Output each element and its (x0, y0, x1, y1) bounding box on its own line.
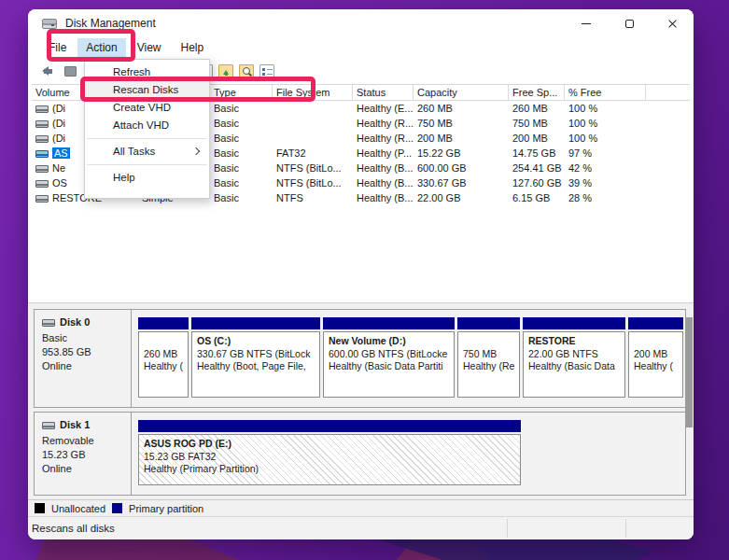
status-text: Rescans all disks (32, 523, 115, 534)
volume-icon (35, 165, 49, 173)
partition-restore[interactable]: RESTORE 22.00 GB NTFS Healthy (Basic Dat… (523, 317, 625, 398)
menubar: File Action View Help (28, 37, 694, 58)
partition-200mb[interactable]: 200 MB Healthy ( (628, 317, 683, 398)
search-icon[interactable] (239, 64, 254, 78)
status-bar: Rescans all disks (28, 516, 694, 539)
partition-color-bar (628, 317, 683, 329)
menu-separator (87, 164, 207, 165)
disk-0-type: Basic (42, 331, 131, 345)
partition-os-c[interactable]: OS (C:) 330.67 GB NTFS (BitLock Healthy … (191, 317, 320, 398)
back-icon[interactable] (37, 66, 53, 77)
menu-action[interactable]: Action (77, 38, 125, 57)
disk-1-type: Removable (42, 434, 131, 448)
minimize-button[interactable] (565, 9, 608, 37)
submenu-chevron-icon (192, 147, 200, 155)
menu-item-all-tasks[interactable]: All Tasks (85, 143, 209, 161)
legend-bar: Unallocated Primary partition (28, 499, 694, 516)
disk-0-size: 953.85 GB (42, 345, 131, 359)
close-button[interactable] (651, 9, 694, 37)
partition-color-bar (138, 317, 189, 329)
partition-efi[interactable]: 260 MB Healthy ( (138, 317, 189, 398)
disk-icon (42, 422, 55, 429)
disk-drive-app-icon (42, 19, 57, 29)
menu-item-attach-vhd[interactable]: Attach VHD (85, 117, 209, 134)
menu-item-create-vhd[interactable]: Create VHD (85, 99, 209, 117)
menu-item-rescan-disks[interactable]: Rescan Disks (85, 81, 209, 99)
menu-item-help[interactable]: Help (85, 169, 209, 187)
header-capacity[interactable]: Capacity (414, 85, 509, 100)
header-pct-free[interactable]: % Free (565, 85, 646, 100)
volume-icon (35, 105, 49, 113)
menu-help[interactable]: Help (173, 38, 213, 57)
close-icon (667, 19, 678, 29)
partition-color-bar (191, 317, 320, 329)
volume-icon (35, 195, 49, 203)
primary-partition-swatch (112, 503, 122, 513)
statusbar-divider (507, 519, 508, 538)
disk-1-label[interactable]: Disk 1 Removable 15.23 GB Online (35, 413, 132, 495)
disk-0-name: Disk 0 (60, 315, 90, 329)
header-type[interactable]: Type (210, 85, 273, 100)
volume-icon (35, 150, 49, 158)
volume-icon (35, 135, 49, 143)
partition-color-bar (323, 317, 455, 329)
legend-primary-label: Primary partition (129, 503, 203, 514)
disk-1-name: Disk 1 (60, 418, 90, 432)
volume-icon (35, 180, 49, 188)
header-free-space[interactable]: Free Sp... (509, 85, 565, 100)
partition-recovery-750[interactable]: 750 MB Healthy (Re (457, 317, 520, 398)
partition-color-bar (138, 420, 521, 432)
disk-1-status: Online (42, 462, 131, 476)
minimize-icon (582, 23, 591, 24)
window-title: Disk Management (65, 17, 156, 30)
unallocated-swatch (35, 503, 45, 513)
disk-0-label[interactable]: Disk 0 Basic 953.85 GB Online (35, 310, 132, 407)
folder-up-icon[interactable] (218, 64, 233, 78)
properties-icon[interactable] (259, 64, 274, 78)
disk-0-row: Disk 0 Basic 953.85 GB Online 260 MB Hea… (34, 309, 686, 408)
partition-asus-rog-pd-e[interactable]: ASUS ROG PD (E:) 15.23 GB FAT32 Healthy … (138, 420, 521, 485)
maximize-button[interactable] (608, 9, 651, 37)
scrollbar-thumb[interactable] (685, 317, 693, 427)
statusbar-divider (625, 519, 626, 538)
disk-management-window: Disk Management File Action View Help Vo… (28, 9, 694, 539)
vertical-scrollbar[interactable] (684, 317, 693, 497)
disk-0-status: Online (42, 359, 131, 373)
menu-file[interactable]: File (40, 38, 75, 57)
maximize-icon (625, 20, 634, 28)
volume-icon (35, 120, 49, 128)
legend-unallocated-label: Unallocated (51, 503, 105, 514)
action-menu-popup: Refresh Rescan Disks Create VHD Attach V… (84, 59, 210, 199)
header-file-system[interactable]: File System (273, 85, 353, 100)
disk-1-row: Disk 1 Removable 15.23 GB Online ASUS RO… (34, 412, 686, 496)
console-window-icon[interactable] (64, 66, 77, 77)
partition-color-bar (457, 317, 520, 329)
menu-item-refresh[interactable]: Refresh (85, 63, 209, 81)
disk-1-size: 15.23 GB (42, 448, 131, 462)
header-spacer (646, 85, 690, 100)
titlebar: Disk Management (28, 9, 694, 37)
header-status[interactable]: Status (353, 85, 414, 100)
partition-color-bar (523, 317, 625, 329)
menu-view[interactable]: View (129, 38, 170, 57)
menu-separator (87, 138, 207, 139)
disk-icon (42, 319, 55, 327)
partition-new-volume-d[interactable]: New Volume (D:) 600.00 GB NTFS (BitLocke… (323, 317, 455, 398)
disk-graphical-pane: Disk 0 Basic 953.85 GB Online 260 MB Hea… (28, 306, 694, 499)
